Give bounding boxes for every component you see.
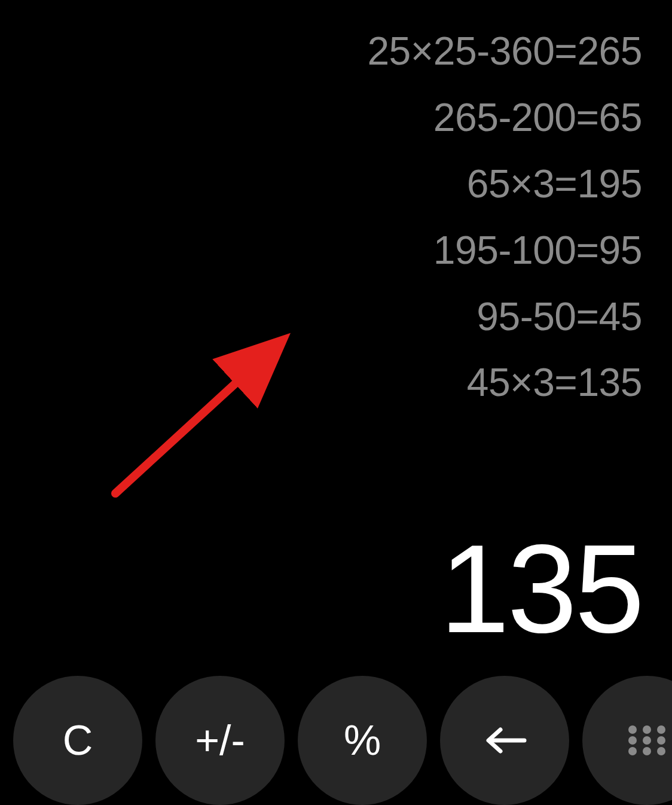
svg-point-2: [643, 725, 651, 734]
svg-point-1: [628, 725, 637, 734]
clear-label: C: [63, 716, 93, 764]
clear-button[interactable]: C: [13, 676, 142, 805]
percent-label: %: [344, 716, 381, 764]
svg-point-3: [657, 725, 665, 734]
calculation-history: 25×25-360=265 265-200=65 65×3=195 195-10…: [0, 0, 672, 416]
svg-point-9: [657, 747, 665, 755]
keypad-icon: [625, 724, 668, 757]
history-line[interactable]: 25×25-360=265: [0, 18, 642, 84]
history-line[interactable]: 95-50=45: [0, 283, 642, 350]
backspace-button[interactable]: [440, 676, 569, 805]
svg-point-6: [657, 736, 665, 745]
backspace-icon: [481, 724, 528, 757]
function-row: C +/- %: [0, 676, 672, 805]
svg-point-4: [628, 736, 637, 745]
sign-label: +/-: [195, 716, 245, 764]
keypad-button[interactable]: [582, 676, 672, 805]
history-line[interactable]: 265-200=65: [0, 84, 642, 151]
current-result: 135: [0, 526, 672, 652]
history-line[interactable]: 65×3=195: [0, 151, 642, 217]
svg-point-8: [643, 747, 651, 755]
sign-button[interactable]: +/-: [155, 676, 285, 805]
svg-point-7: [628, 747, 637, 755]
history-line[interactable]: 195-100=95: [0, 217, 642, 283]
history-line[interactable]: 45×3=135: [0, 349, 642, 416]
svg-point-5: [643, 736, 651, 745]
percent-button[interactable]: %: [298, 676, 427, 805]
